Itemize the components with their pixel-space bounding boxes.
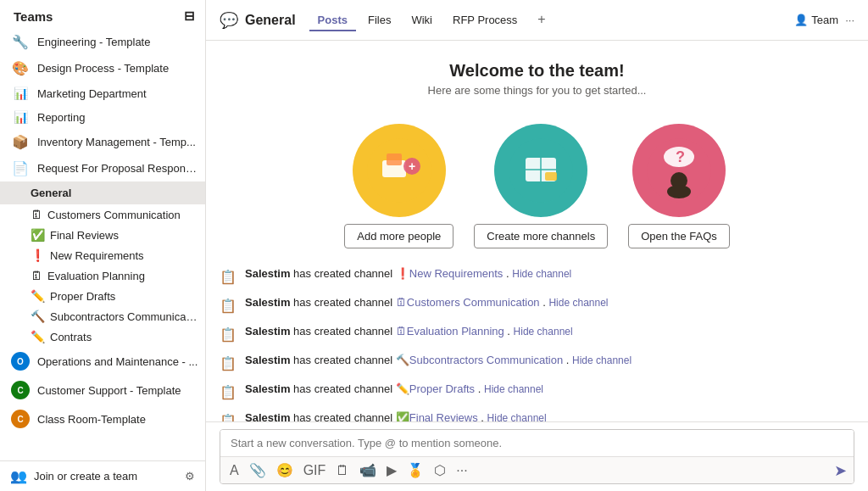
channel-new-requirements[interactable]: ❗ New Requirements xyxy=(0,245,205,265)
topbar-tabs: Posts Files Wiki RFP Process + xyxy=(309,8,795,31)
channel-link[interactable]: ❗New Requirements xyxy=(396,267,504,280)
team-label: Team xyxy=(811,14,838,26)
customer-support-icon: C xyxy=(10,381,31,399)
channel-link[interactable]: ✏️Proper Drafts xyxy=(396,382,475,395)
channel-link[interactable]: 🔨Subcontractors Communication xyxy=(396,354,563,366)
card-add-people[interactable]: + Add more people xyxy=(344,124,453,248)
channel-subcontractors[interactable]: 🔨 Subcontractors Communication xyxy=(0,306,205,326)
reporting-icon: 📊 xyxy=(10,110,31,124)
filter-icon[interactable]: ⊟ xyxy=(184,8,195,24)
svg-point-14 xyxy=(667,185,691,198)
svg-rect-2 xyxy=(387,153,402,165)
sidebar-item-operations[interactable]: O Operations and Maintenance - ... ··· xyxy=(0,347,205,376)
hide-channel-link[interactable]: Hide channel xyxy=(514,326,573,338)
channel-proper-drafts[interactable]: ✏️ Proper Drafts xyxy=(0,286,205,306)
tab-files[interactable]: Files xyxy=(359,10,399,31)
general-label: General xyxy=(31,187,198,199)
channel-link[interactable]: 🗓Evaluation Planning xyxy=(396,325,504,338)
sidebar-item-engineering[interactable]: 🔧 Engineering - Template ··· xyxy=(0,29,205,55)
github-icon[interactable]: ⬡ xyxy=(431,460,448,480)
sidebar-item-label: Request For Proposal Response... xyxy=(37,162,198,175)
operations-label: Operations and Maintenance - ... xyxy=(37,355,198,368)
gif-icon[interactable]: GIF xyxy=(301,461,329,480)
sidebar-item-rfp[interactable]: 📄 Request For Proposal Response... ··· xyxy=(0,155,205,181)
svg-rect-9 xyxy=(545,172,557,181)
engineering-icon: 🔧 xyxy=(10,34,31,50)
message-input-box: A 📎 😊 GIF 🗒 📹 ▶ 🏅 ⬡ ··· ➤ xyxy=(220,429,854,484)
gear-icon[interactable]: ⚙ xyxy=(185,470,195,483)
sticker-icon[interactable]: 🗒 xyxy=(333,461,352,480)
welcome-heading: Welcome to the team! xyxy=(220,61,854,81)
meeting-icon[interactable]: 📹 xyxy=(357,460,379,480)
channel-customers-comm[interactable]: 🗓 Customers Communication xyxy=(0,204,205,225)
hide-channel-link[interactable]: Hide channel xyxy=(548,297,608,309)
sidebar: Teams ⊟ 🔧 Engineering - Template ··· 🎨 D… xyxy=(0,0,206,491)
join-team-label: Join or create a team xyxy=(34,470,137,483)
feed-item: 📋 Salestim has created channel ❗New Requ… xyxy=(220,262,854,291)
sidebar-header: Teams ⊟ xyxy=(0,0,205,29)
sidebar-item-general[interactable]: General xyxy=(0,181,205,204)
proper-drafts-icon: ✏️ xyxy=(31,289,45,303)
channel-final-reviews[interactable]: ✅ Final Reviews xyxy=(0,225,205,245)
card-create-channels[interactable]: Create more channels xyxy=(474,124,608,248)
tab-wiki[interactable]: Wiki xyxy=(403,10,441,31)
sidebar-item-design[interactable]: 🎨 Design Process - Template ··· xyxy=(0,55,205,81)
open-faqs-button[interactable]: Open the FAQs xyxy=(628,224,730,248)
channel-link[interactable]: ✅Final Reviews xyxy=(396,411,478,421)
hide-channel-link[interactable]: Hide channel xyxy=(484,383,543,395)
channel-eval-planning[interactable]: 🗓 Evaluation Planning xyxy=(0,265,205,286)
topbar-more-icon[interactable]: ··· xyxy=(845,14,854,26)
sidebar-item-inventory[interactable]: 📦 Inventory Management - Temp... ··· xyxy=(0,129,205,155)
hide-channel-link[interactable]: Hide channel xyxy=(572,354,632,366)
welcome-subtext: Here are some things for you to get star… xyxy=(220,84,854,97)
feed-item: 📋 Salestim has created channel ✅Final Re… xyxy=(220,406,854,421)
hide-channel-link[interactable]: Hide channel xyxy=(512,268,571,280)
message-input[interactable] xyxy=(220,430,854,456)
input-toolbar: A 📎 😊 GIF 🗒 📹 ▶ 🏅 ⬡ ··· ➤ xyxy=(220,456,854,483)
sidebar-item-customer-support[interactable]: C Customer Support - Template ··· xyxy=(0,376,205,405)
eval-plan-icon: 🗓 xyxy=(31,269,42,282)
channel-contrats[interactable]: ✏️ Contrats xyxy=(0,326,205,347)
svg-text:+: + xyxy=(409,159,415,173)
emoji-icon[interactable]: 😊 xyxy=(274,460,296,480)
feed-user: Salestim xyxy=(245,325,290,338)
more-tools-icon[interactable]: ··· xyxy=(453,461,470,480)
cards-row: + Add more people Create more channels xyxy=(206,110,868,262)
sidebar-item-label: Marketing Department xyxy=(37,87,198,100)
feed-icon: 📋 xyxy=(220,355,236,371)
svg-text:?: ? xyxy=(676,148,685,165)
create-channels-illustration xyxy=(494,124,587,217)
sidebar-footer[interactable]: 👥 Join or create a team ⚙ xyxy=(0,460,205,491)
attach-icon[interactable]: 📎 xyxy=(247,460,269,480)
feed-icon: 📋 xyxy=(220,326,236,343)
tab-posts[interactable]: Posts xyxy=(309,10,356,31)
feed-item: 📋 Salestim has created channel 🗓Customer… xyxy=(220,291,854,320)
tab-rfp-process[interactable]: RFP Process xyxy=(444,10,526,31)
add-people-button[interactable]: Add more people xyxy=(344,224,453,248)
tab-add[interactable]: + xyxy=(529,8,554,32)
add-people-illustration: + xyxy=(353,124,446,217)
sidebar-item-reporting[interactable]: 📊 Reporting ··· xyxy=(0,105,205,129)
channel-link[interactable]: 🗓Customers Communication xyxy=(396,296,540,309)
marketing-icon: 📊 xyxy=(10,86,31,100)
subcontractors-icon: 🔨 xyxy=(31,310,45,323)
feed-item: 📋 Salestim has created channel ✏️Proper … xyxy=(220,377,854,406)
team-button[interactable]: 👤 Team xyxy=(794,14,838,26)
sidebar-item-classroom[interactable]: C Class Room-Template ··· xyxy=(0,405,205,433)
customer-support-label: Customer Support - Template xyxy=(37,384,198,397)
input-area: A 📎 😊 GIF 🗒 📹 ▶ 🏅 ⬡ ··· ➤ xyxy=(206,421,868,491)
audio-icon[interactable]: ▶ xyxy=(384,460,399,480)
send-button[interactable]: ➤ xyxy=(834,461,847,480)
sidebar-item-marketing[interactable]: 📊 Marketing Department ··· xyxy=(0,81,205,105)
sidebar-item-label: Engineering - Template xyxy=(37,36,198,48)
hide-channel-link[interactable]: Hide channel xyxy=(487,412,547,421)
create-channels-button[interactable]: Create more channels xyxy=(474,224,608,248)
card-open-faqs[interactable]: ? Open the FAQs xyxy=(628,124,730,248)
open-faqs-illustration: ? xyxy=(632,124,726,217)
sidebar-title: Teams xyxy=(14,9,53,24)
praise-icon[interactable]: 🏅 xyxy=(404,460,426,480)
join-team-icon: 👥 xyxy=(10,468,27,484)
feed-icon: 📋 xyxy=(220,269,236,285)
format-icon[interactable]: A xyxy=(227,461,242,480)
classroom-icon: C xyxy=(10,410,31,428)
